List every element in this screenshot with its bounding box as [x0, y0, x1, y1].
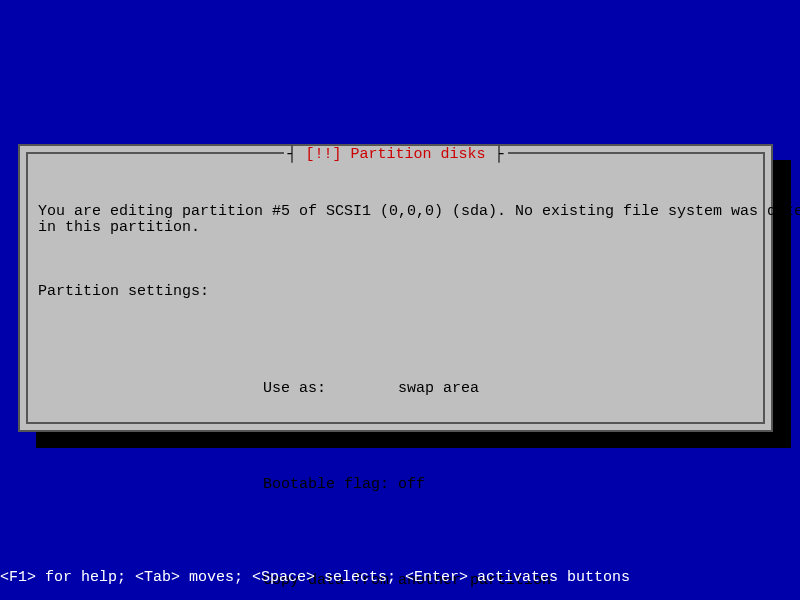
intro-text: You are editing partition #5 of SCSI1 (0… [38, 204, 753, 236]
bootable-label: Bootable flag: [263, 477, 398, 493]
setting-use-as[interactable]: Use as:swap area [263, 381, 753, 397]
help-bar: <F1> for help; <Tab> moves; <Space> sele… [0, 569, 630, 586]
blank-row [263, 429, 753, 445]
dialog-title: ┤ [!!] Partition disks ├ [283, 146, 507, 163]
blank-row [263, 525, 753, 541]
dialog-content: You are editing partition #5 of SCSI1 (0… [28, 154, 763, 600]
use-as-value: swap area [398, 380, 479, 397]
settings-block: Use as:swap area Bootable flag:off Copy … [263, 348, 753, 600]
dialog-border: ┤ [!!] Partition disks ├ You are editing… [26, 152, 765, 424]
setting-bootable[interactable]: Bootable flag:off [263, 477, 753, 493]
section-label: Partition settings: [38, 284, 753, 300]
partition-dialog: ┤ [!!] Partition disks ├ You are editing… [18, 144, 773, 432]
bootable-value: off [398, 476, 425, 493]
use-as-label: Use as: [263, 381, 398, 397]
